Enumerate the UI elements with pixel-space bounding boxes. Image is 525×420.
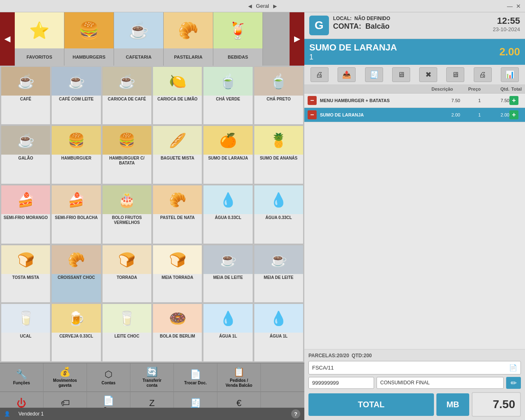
rp-header: G LOCAL: NÃO DEFINIDO CONTA: Balcão 12:5… bbox=[304, 12, 525, 39]
close-button[interactable]: ✕ bbox=[516, 3, 521, 9]
category-prev-arrow[interactable]: ◀ bbox=[0, 12, 15, 66]
right-panel: G LOCAL: NÃO DEFINIDO CONTA: Balcão 12:5… bbox=[304, 12, 525, 420]
doc-ref-icon[interactable]: 📄 bbox=[509, 364, 517, 372]
product-cell-29[interactable]: 💧 ÁGUA 1L bbox=[254, 304, 304, 362]
order-item-name-1: SUMO DE LARANJA bbox=[320, 112, 431, 117]
product-cell-12[interactable]: 🍰 SEMI-FRIO MORANGO bbox=[1, 185, 50, 244]
decrease-qty-1[interactable]: − bbox=[308, 110, 317, 119]
product-cell-16[interactable]: 💧 ÁGUA 0.33CL bbox=[203, 185, 253, 244]
action-display[interactable]: 🖥 bbox=[446, 67, 464, 82]
product-cell-2[interactable]: ☕ CARIOCA DE CAFÉ bbox=[102, 66, 152, 125]
title-next-arrow[interactable]: ▶ bbox=[273, 3, 277, 9]
category-item-pastelaria[interactable]: 🥐 PASTELARIA bbox=[164, 12, 213, 66]
product-cell-25[interactable]: 🍺 CERVEJA 0.33CL bbox=[51, 304, 101, 362]
product-cell-19[interactable]: 🥐 CROISSANT CHOC bbox=[51, 245, 101, 303]
product-cell-15[interactable]: 🥐 PASTEL DE NATA bbox=[153, 185, 202, 244]
category-item-hamburgers[interactable]: 🍔 HAMBURGERS bbox=[64, 12, 114, 66]
doc-conferencia-icon: 📄 bbox=[103, 395, 114, 406]
category-item-cafetaria[interactable]: ☕ CAFETARIA bbox=[114, 12, 164, 66]
selected-item-name: SUMO DE LARANJA bbox=[309, 42, 397, 53]
product-cell-5[interactable]: 🍵 CHÁ PRETO bbox=[254, 66, 304, 125]
customer-edit-button[interactable]: ✏ bbox=[506, 377, 521, 389]
total-button[interactable]: TOTAL bbox=[308, 393, 434, 416]
bottom-funcoes[interactable]: 🔧 Funções bbox=[0, 363, 43, 391]
action-stats[interactable]: 📊 bbox=[501, 67, 519, 82]
customer-name[interactable]: CONSUMIDOR FINAL bbox=[377, 377, 504, 389]
action-print[interactable]: 🖨 bbox=[310, 67, 329, 82]
order-row-1[interactable]: − SUMO DE LARANJA 2.00 1 2.00 + bbox=[304, 108, 525, 122]
category-item-favoritos[interactable]: ⭐ FAVORITOS bbox=[15, 12, 64, 66]
increase-qty-1[interactable]: + bbox=[509, 110, 518, 119]
product-cell-8[interactable]: 🍔 HAMBURGUER C/ BATATA bbox=[102, 126, 152, 185]
qtd-label: QTD:200 bbox=[352, 353, 372, 358]
mb-button[interactable]: MB bbox=[436, 393, 469, 416]
sair-icon: ⏻ bbox=[17, 397, 27, 409]
order-item-total-0: 7.50 bbox=[481, 98, 509, 103]
contas-icon: ⬡ bbox=[105, 369, 112, 380]
bottom-movimentos-gaveta[interactable]: 💰 Movimentosgaveta bbox=[43, 363, 87, 391]
product-cell-23[interactable]: ☕ MEIA DE LEITE bbox=[254, 245, 304, 303]
customer-nif[interactable]: 999999999 bbox=[308, 377, 374, 389]
product-cell-27[interactable]: 🍩 BOLA DE BERLIM bbox=[153, 304, 202, 362]
decrease-qty-0[interactable]: − bbox=[308, 96, 317, 105]
product-cell-0[interactable]: ☕ CAFÉ bbox=[1, 66, 50, 125]
total-row: TOTAL MB 7.50 bbox=[308, 392, 521, 417]
action-cancel[interactable]: ✖ bbox=[419, 67, 437, 82]
help-button[interactable]: ? bbox=[291, 409, 300, 418]
bottom-trocar-doc[interactable]: 📄 Trocar Doc. bbox=[174, 363, 217, 391]
product-grid: ☕ CAFÉ ☕ CAFÉ COM LEITE ☕ CARIOCA DE CAF… bbox=[0, 66, 304, 363]
ultimo-talao-icon: 🧾 bbox=[190, 398, 201, 409]
product-cell-10[interactable]: 🍊 SUMO DE LARANJA bbox=[203, 126, 253, 185]
rp-actions: 🖨 📤 🧾 🖥 ✖ 🖥 🖨 📊 bbox=[304, 65, 525, 85]
action-receipt[interactable]: 🧾 bbox=[365, 67, 383, 82]
category-next-arrow[interactable]: ▶ bbox=[290, 12, 304, 66]
order-row-0[interactable]: − MENU HAMBURGER + BATATAS 7.50 1 7.50 + bbox=[304, 94, 525, 108]
selected-item-price: 2.00 bbox=[499, 46, 520, 58]
category-scroll: ⭐ FAVORITOS 🍔 HAMBURGERS ☕ CAFETARIA 🥐 P… bbox=[15, 12, 290, 66]
product-cell-13[interactable]: 🍰 SEMI-FRIO BOLACHA bbox=[51, 185, 101, 244]
product-cell-3[interactable]: 🍋 CARIOCA DE LIMÃO bbox=[153, 66, 202, 125]
action-screen[interactable]: 🖥 bbox=[392, 67, 410, 82]
product-cell-22[interactable]: ☕ MEIA DE LEITE bbox=[203, 245, 253, 303]
product-cell-7[interactable]: 🍔 HAMBURGUER bbox=[51, 126, 101, 185]
col-qtd: Qtd. bbox=[481, 87, 509, 91]
product-cell-18[interactable]: 🍞 TOSTA MISTA bbox=[1, 245, 50, 303]
action-export[interactable]: 📤 bbox=[338, 67, 356, 82]
user-label: Vendedor 1 bbox=[18, 411, 43, 417]
doc-ref-field[interactable]: FSCA/11 📄 bbox=[308, 361, 521, 374]
customer-row: 999999999 CONSUMIDOR FINAL ✏ bbox=[308, 377, 521, 389]
app-logo: G bbox=[309, 16, 329, 35]
product-cell-17[interactable]: 💧 ÁGUA 0.33CL bbox=[254, 185, 304, 244]
titlebar: ◀ Geral ▶ — ✕ bbox=[0, 0, 525, 12]
product-cell-28[interactable]: 💧 ÁGUA 1L bbox=[203, 304, 253, 362]
pedidos-venda-balcao-icon: 📋 bbox=[233, 367, 244, 377]
product-cell-6[interactable]: ☕ GALÃO bbox=[1, 126, 50, 185]
bottom-transferir-conta[interactable]: 🔄 Transferirconta bbox=[130, 363, 174, 391]
product-cell-9[interactable]: 🥖 BAGUETE MISTA bbox=[153, 126, 202, 185]
title-prev-arrow[interactable]: ◀ bbox=[248, 3, 252, 9]
local-label: LOCAL: NÃO DEFINIDO bbox=[333, 16, 493, 21]
product-cell-11[interactable]: 🍍 SUMO DE ANANÁS bbox=[254, 126, 304, 185]
product-cell-21[interactable]: 🍞 MEIA TORRADA bbox=[153, 245, 202, 303]
product-cell-24[interactable]: 🥛 UCAL bbox=[1, 304, 50, 362]
clock: 12:55 bbox=[493, 16, 520, 26]
user-icon: 👤 bbox=[4, 411, 10, 417]
product-cell-20[interactable]: 🍞 TORRADA bbox=[102, 245, 152, 303]
product-cell-26[interactable]: 🥛 LEITE CHOC bbox=[102, 304, 152, 362]
minimize-button[interactable]: — bbox=[507, 3, 513, 9]
increase-qty-0[interactable]: + bbox=[509, 96, 518, 105]
sub-total-icon: € bbox=[236, 398, 241, 409]
product-cell-14[interactable]: 🎂 BOLO FRUTOS VERMELHOS bbox=[102, 185, 152, 244]
action-print2[interactable]: 🖨 bbox=[474, 67, 492, 82]
order-item-price-0: 7.50 bbox=[431, 98, 460, 103]
order-item-total-1: 2.00 bbox=[481, 112, 509, 117]
doc-ref-value: FSCA/11 bbox=[312, 365, 334, 371]
product-cell-1[interactable]: ☕ CAFÉ COM LEITE bbox=[51, 66, 101, 125]
bottom-pedidos-venda-balcao[interactable]: 📋 Pedidos /Venda Balcão bbox=[217, 363, 261, 391]
category-item-bebidas[interactable]: 🍹 BEBIDAS bbox=[213, 12, 263, 66]
bottom-contas[interactable]: ⬡ Contas bbox=[87, 363, 130, 391]
order-item-qty-0: 1 bbox=[460, 98, 481, 103]
selected-item-banner: SUMO DE LARANJA 1 2.00 bbox=[304, 39, 525, 65]
col-descricao: Descrição bbox=[431, 87, 460, 91]
product-cell-4[interactable]: 🍵 CHÁ VERDE bbox=[203, 66, 253, 125]
